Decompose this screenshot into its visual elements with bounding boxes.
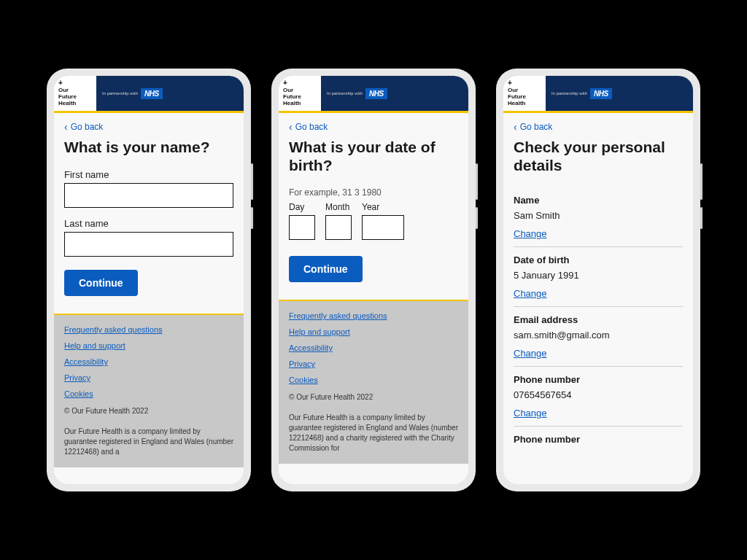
footer: Frequently asked questions Help and supp…	[54, 315, 244, 467]
first-name-label: First name	[64, 169, 233, 180]
page-title: Check your personal details	[514, 138, 683, 174]
content: ‹ Go back What is your name? First name …	[54, 113, 244, 484]
partnership-label: In partnership with	[327, 91, 363, 96]
first-name-input[interactable]	[64, 183, 233, 208]
phone-mockup-name: + Our Future Health In partnership with …	[47, 69, 251, 491]
day-group: Day	[289, 202, 315, 240]
screen: + Our Future Health In partnership with …	[503, 76, 693, 484]
copyright: © Our Future Health 2022	[289, 393, 458, 401]
back-label: Go back	[295, 122, 328, 132]
summary-value: sam.smith@gmail.com	[514, 330, 683, 341]
change-link-email[interactable]: Change	[514, 348, 683, 359]
footer-link-cookies[interactable]: Cookies	[64, 389, 233, 398]
nhs-partner-block: In partnership with NHS	[96, 76, 244, 111]
brand-logo: + Our Future Health	[54, 76, 96, 111]
summary-dob: Date of birth 5 January 1991 Change	[514, 247, 683, 307]
footer-link-accessibility[interactable]: Accessibility	[64, 357, 233, 366]
app-header: + Our Future Health In partnership with …	[279, 76, 468, 111]
page-title: What is your name?	[64, 138, 233, 156]
change-link-phone[interactable]: Change	[514, 408, 683, 419]
summary-email: Email address sam.smith@gmail.com Change	[514, 307, 683, 367]
brand-line: Health	[508, 101, 541, 107]
phone-mockup-check-details: + Our Future Health In partnership with …	[496, 69, 700, 491]
footer-link-cookies[interactable]: Cookies	[289, 376, 458, 384]
continue-button[interactable]: Continue	[289, 256, 363, 282]
footer-link-privacy[interactable]: Privacy	[64, 373, 233, 382]
summary-label: Name	[514, 195, 683, 206]
back-link[interactable]: ‹ Go back	[289, 122, 458, 132]
summary-name: Name Sam Smith Change	[514, 187, 683, 247]
footer-link-help[interactable]: Help and support	[64, 341, 233, 350]
screen: + Our Future Health In partnership with …	[279, 76, 468, 484]
summary-phone: Phone number 07654567654 Change	[514, 367, 683, 427]
nhs-badge: NHS	[365, 88, 387, 99]
brand-logo: + Our Future Health	[279, 76, 321, 111]
summary-value: 5 January 1991	[514, 270, 683, 281]
summary-phone2: Phone number	[514, 427, 683, 456]
change-link-dob[interactable]: Change	[514, 288, 683, 299]
chevron-left-icon: ‹	[64, 122, 68, 132]
last-name-label: Last name	[64, 218, 233, 229]
legal-text: Our Future Health is a company limited b…	[289, 413, 458, 454]
footer-link-faq[interactable]: Frequently asked questions	[64, 325, 233, 334]
content: ‹ Go back What is your date of birth? Fo…	[279, 113, 468, 484]
partnership-label: In partnership with	[551, 91, 587, 96]
legal-text: Our Future Health is a company limited b…	[64, 427, 233, 457]
nhs-badge: NHS	[141, 88, 163, 99]
footer-link-accessibility[interactable]: Accessibility	[289, 343, 458, 352]
dob-hint: For example, 31 3 1980	[289, 187, 458, 198]
app-header: + Our Future Health In partnership with …	[54, 76, 244, 111]
back-link[interactable]: ‹ Go back	[64, 122, 233, 132]
back-link[interactable]: ‹ Go back	[514, 122, 683, 132]
footer: Frequently asked questions Help and supp…	[279, 301, 468, 464]
page-title: What is your date of birth?	[289, 138, 458, 174]
change-link-name[interactable]: Change	[514, 228, 683, 239]
summary-label: Email address	[514, 314, 683, 325]
phone-mockup-dob: + Our Future Health In partnership with …	[271, 69, 476, 491]
footer-link-privacy[interactable]: Privacy	[289, 359, 458, 368]
back-label: Go back	[71, 122, 104, 132]
nhs-partner-block: In partnership with NHS	[321, 76, 468, 111]
content: ‹ Go back Check your personal details Na…	[503, 113, 693, 484]
chevron-left-icon: ‹	[289, 122, 293, 132]
year-label: Year	[362, 202, 404, 212]
last-name-input[interactable]	[64, 232, 233, 257]
footer-link-faq[interactable]: Frequently asked questions	[289, 311, 458, 320]
year-input[interactable]	[362, 215, 404, 240]
month-group: Month	[325, 202, 352, 240]
continue-button[interactable]: Continue	[64, 270, 138, 296]
brand-line: Health	[283, 101, 317, 107]
summary-label: Date of birth	[514, 254, 683, 265]
summary-label: Phone number	[514, 374, 683, 385]
month-label: Month	[325, 202, 352, 212]
brand-line: Health	[58, 101, 92, 107]
plus-icon: +	[508, 79, 541, 87]
first-name-group: First name	[64, 169, 233, 208]
screen: + Our Future Health In partnership with …	[54, 76, 244, 484]
plus-icon: +	[283, 79, 317, 87]
footer-link-help[interactable]: Help and support	[289, 327, 458, 336]
summary-value: Sam Smith	[514, 210, 683, 221]
copyright: © Our Future Health 2022	[64, 407, 233, 415]
back-label: Go back	[520, 122, 553, 132]
year-group: Year	[362, 202, 404, 240]
nhs-badge: NHS	[590, 88, 612, 99]
summary-value: 07654567654	[514, 389, 683, 400]
summary-label: Phone number	[514, 434, 683, 445]
plus-icon: +	[58, 79, 92, 87]
nhs-partner-block: In partnership with NHS	[546, 76, 693, 111]
day-label: Day	[289, 202, 315, 212]
last-name-group: Last name	[64, 218, 233, 257]
brand-logo: + Our Future Health	[503, 76, 546, 111]
dob-row: Day Month Year	[289, 202, 458, 240]
app-header: + Our Future Health In partnership with …	[503, 76, 693, 111]
month-input[interactable]	[325, 215, 352, 240]
day-input[interactable]	[289, 215, 315, 240]
partnership-label: In partnership with	[102, 91, 138, 96]
chevron-left-icon: ‹	[514, 122, 517, 132]
